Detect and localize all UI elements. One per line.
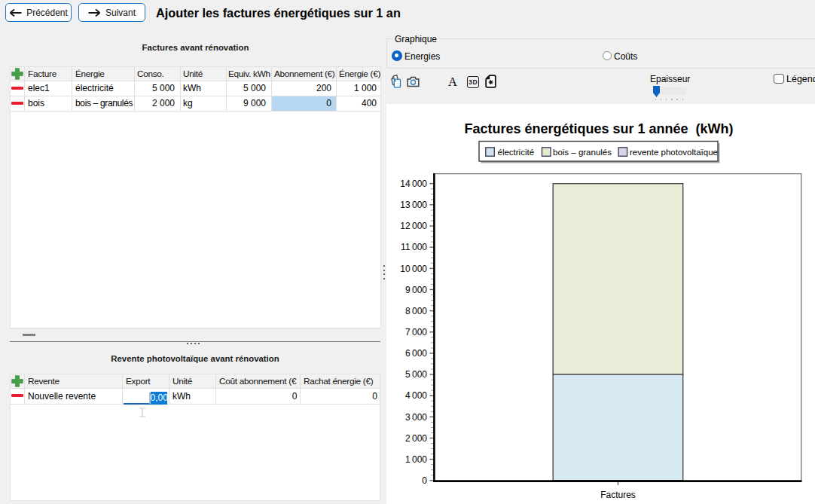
svg-text:10 000: 10 000: [400, 264, 427, 274]
svg-text:14 000: 14 000: [400, 179, 427, 189]
svg-text:4 000: 4 000: [405, 390, 427, 401]
svg-text:2 000: 2 000: [405, 433, 427, 444]
svg-text:12 000: 12 000: [400, 221, 427, 231]
svg-text:9 000: 9 000: [405, 285, 427, 295]
svg-text:6 000: 6 000: [405, 348, 427, 359]
svg-text:revente photovoltaïque: revente photovoltaïque: [630, 148, 718, 157]
svg-text:8 000: 8 000: [405, 306, 427, 316]
svg-text:13 000: 13 000: [400, 200, 427, 210]
svg-text:11 000: 11 000: [401, 242, 427, 252]
svg-text:5 000: 5 000: [405, 369, 427, 380]
svg-text:0: 0: [422, 475, 427, 486]
svg-text:bois – granulés: bois – granulés: [553, 148, 612, 157]
svg-text:3 000: 3 000: [405, 412, 427, 423]
svg-text:Factures énergétiques sur 1 an: Factures énergétiques sur 1 année (kWh): [464, 121, 733, 136]
svg-text:1 000: 1 000: [405, 454, 427, 465]
svg-text:Factures: Factures: [600, 490, 636, 500]
svg-text:électricité: électricité: [498, 148, 535, 157]
svg-text:7 000: 7 000: [405, 327, 427, 338]
